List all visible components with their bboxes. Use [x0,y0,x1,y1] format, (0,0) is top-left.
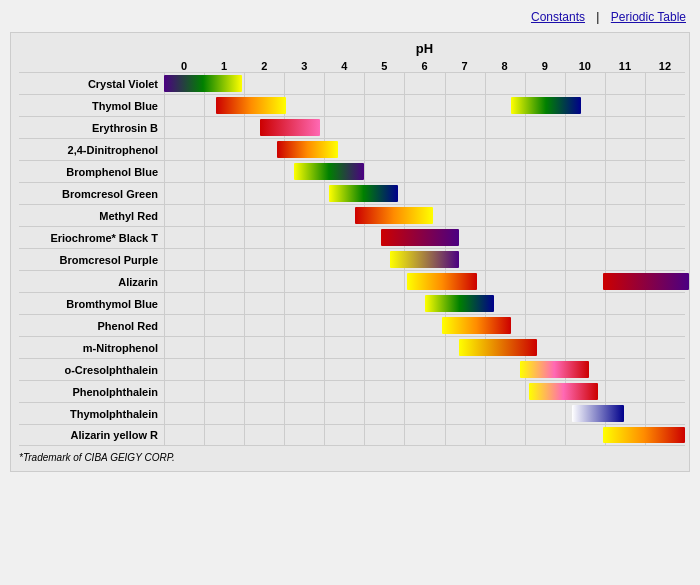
indicator-bar [425,295,494,312]
row-cells [164,403,685,424]
indicator-name: Methyl Red [19,210,164,222]
grid-cell [445,381,485,402]
grid-cell [565,425,605,445]
grid-cell [404,73,444,94]
grid-cell [565,183,605,204]
periodic-table-link[interactable]: Periodic Table [611,10,686,24]
grid-cell [244,271,284,292]
grid-cell [284,271,324,292]
grid-cell [324,403,364,424]
grid-cell [565,73,605,94]
grid-cell [324,271,364,292]
grid-cell [645,139,685,160]
grid-cell [324,337,364,358]
constants-link[interactable]: Constants [531,10,585,24]
grid-cell [525,73,565,94]
indicator-name: 2,4-Dinitrophenol [19,144,164,156]
grid-cell [565,293,605,314]
indicator-bar [603,427,685,443]
row-cells [164,249,685,270]
grid-cell [404,117,444,138]
grid-cell [605,161,645,182]
grid-cell [565,337,605,358]
grid-cell [645,359,685,380]
grid-cell [324,315,364,336]
grid-cell [244,227,284,248]
grid-cell [204,205,244,226]
grid-cell [244,249,284,270]
grid-cell [645,337,685,358]
grid-cell [244,161,284,182]
grid-cell [244,359,284,380]
grid-cell [445,161,485,182]
indicator-bar [355,207,433,224]
ph-number: 0 [164,60,204,72]
grid-cell [645,95,685,116]
grid-cell [445,73,485,94]
indicator-bar [329,185,398,202]
top-links: Constants | Periodic Table [10,10,690,24]
grid-cell [404,315,444,336]
table-row: Bromcresol Green [19,182,685,204]
table-row: Bromcresol Purple [19,248,685,270]
grid-cell [605,73,645,94]
grid-cell [164,161,204,182]
grid-cell [244,183,284,204]
grid-cell [164,381,204,402]
grid-cell [364,425,404,445]
grid-cell [445,403,485,424]
grid-cell [204,359,244,380]
grid-cell [404,161,444,182]
table-row: Erythrosin B [19,116,685,138]
grid-cell [565,205,605,226]
indicator-name: Bromcresol Green [19,188,164,200]
grid-cell [164,183,204,204]
grid-cell [445,139,485,160]
table-row: Alizarin [19,270,685,292]
grid-cell [364,359,404,380]
grid-cell [645,117,685,138]
grid-cell [605,183,645,204]
ph-number: 4 [324,60,364,72]
grid-cell [164,227,204,248]
grid-cell [164,117,204,138]
grid-cell [565,315,605,336]
grid-cell [565,139,605,160]
grid-cell [204,293,244,314]
grid-cell [485,249,525,270]
grid-cell [324,425,364,445]
ph-number: 1 [204,60,244,72]
grid-cell [485,227,525,248]
ph-number: 10 [565,60,605,72]
grid-cell [164,95,204,116]
grid-cell [284,293,324,314]
grid-cell [244,337,284,358]
grid-cell [605,381,645,402]
row-cells [164,117,685,138]
grid-cell [284,315,324,336]
indicator-bar [164,75,242,92]
indicator-bar [390,251,459,268]
row-cells [164,205,685,226]
grid-cell [525,249,565,270]
row-cells [164,161,685,182]
grid-cell [645,249,685,270]
grid-cell [164,315,204,336]
ph-numbers-row: 0123456789101112 [19,60,685,72]
grid-cell [244,381,284,402]
indicator-bar [520,361,589,378]
indicator-bar [442,317,511,334]
indicator-name: o-Cresolphthalein [19,364,164,376]
grid-cell [324,293,364,314]
grid-cell [485,117,525,138]
grid-cell [364,337,404,358]
table-row: Crystal Violet [19,72,685,94]
grid-cell [605,227,645,248]
grid-cell [565,271,605,292]
grid-cell [284,249,324,270]
indicator-bar [407,273,476,290]
grid-cell [645,315,685,336]
grid-cell [244,403,284,424]
grid-cell [164,337,204,358]
grid-cell [164,205,204,226]
